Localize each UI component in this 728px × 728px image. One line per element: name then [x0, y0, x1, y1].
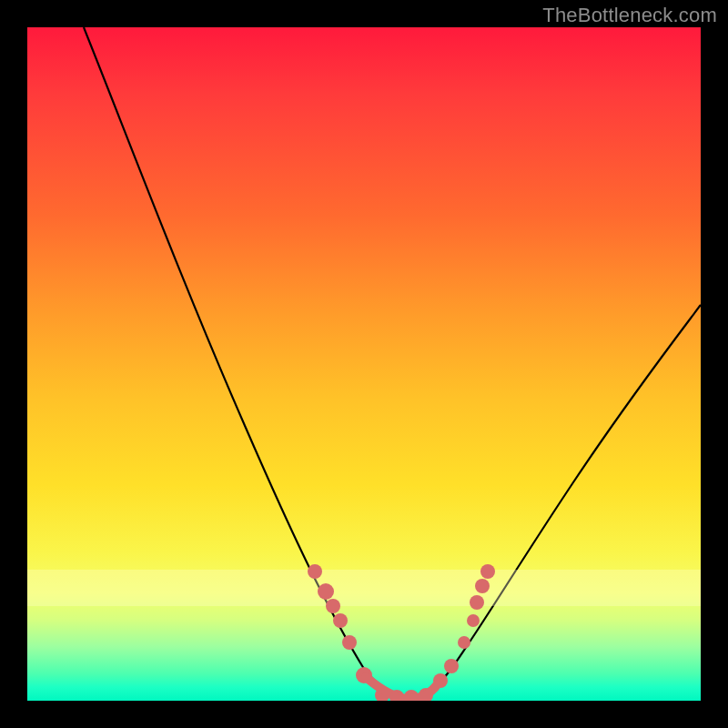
svg-point-14: [470, 595, 484, 610]
svg-point-15: [475, 579, 490, 593]
svg-point-2: [326, 599, 340, 613]
sweet-spot-band: [27, 570, 701, 606]
svg-point-1: [318, 583, 334, 600]
svg-point-3: [333, 613, 348, 628]
chart-frame: TheBottleneck.com: [0, 0, 728, 728]
svg-point-0: [308, 564, 322, 579]
svg-point-13: [467, 614, 480, 627]
chart-svg: [27, 27, 701, 701]
plot-area: [27, 27, 701, 701]
svg-point-12: [458, 636, 470, 649]
svg-point-11: [444, 659, 459, 673]
watermark-text: TheBottleneck.com: [542, 4, 717, 27]
svg-point-4: [342, 635, 357, 650]
svg-point-16: [480, 564, 495, 579]
